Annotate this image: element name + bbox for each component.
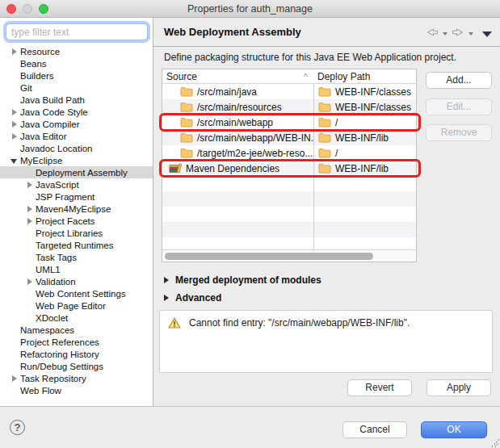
sidebar-item-git[interactable]: Git — [0, 82, 153, 94]
sidebar-item-java-build-path[interactable]: Java Build Path — [0, 94, 153, 106]
forward-icon[interactable] — [452, 27, 464, 41]
source-path: /src/main/resources — [197, 102, 282, 113]
sidebar-item-uml1[interactable]: UML1 — [0, 263, 153, 275]
help-icon[interactable]: ? — [10, 420, 25, 435]
back-dropdown-icon[interactable] — [443, 32, 447, 36]
apply-button[interactable]: Apply — [426, 379, 491, 396]
deploy-path-cell[interactable]: WEB-INF/classes — [313, 102, 416, 113]
sidebar-item-resource[interactable]: Resource — [0, 45, 153, 57]
sidebar-item-maven4myeclipse[interactable]: Maven4MyEclipse — [0, 203, 153, 215]
table-row[interactable]: Maven DependenciesWEB-INF/lib — [162, 161, 416, 176]
sidebar-item-refactoring-history[interactable]: Refactoring History — [0, 348, 153, 360]
sidebar-item-project-libraries[interactable]: Project Libraries — [0, 227, 153, 239]
deploy-path-cell[interactable]: / — [313, 117, 416, 128]
source-cell[interactable]: /target/m2e-jee/web-reso... — [162, 148, 313, 159]
chevron-collapsed-icon[interactable] — [11, 48, 19, 56]
zoom-icon[interactable] — [39, 4, 48, 14]
sidebar-item-jsp-fragment[interactable]: JSP Fragment — [0, 191, 153, 203]
sidebar-item-java-editor[interactable]: Java Editor — [0, 130, 153, 142]
table-row[interactable]: /src/main/resourcesWEB-INF/classes — [162, 99, 416, 115]
folder-icon — [180, 132, 194, 143]
chevron-expanded-icon[interactable] — [11, 157, 19, 165]
header-divider — [153, 46, 500, 47]
back-icon[interactable] — [426, 27, 439, 41]
resize-grip-icon[interactable] — [491, 439, 499, 447]
sidebar-item-label: Task Tags — [36, 253, 77, 262]
table-row[interactable]: /src/main/webapp/ — [162, 115, 416, 130]
deploy-path-cell[interactable]: WEB-INF/classes — [313, 86, 416, 98]
tree-indent-spacer — [26, 241, 34, 249]
tree-indent-spacer — [11, 338, 19, 346]
sidebar-item-web-flow[interactable]: Web Flow — [0, 384, 153, 396]
sidebar-item-beans[interactable]: Beans — [0, 57, 153, 69]
chevron-collapsed-icon[interactable] — [26, 278, 34, 286]
sidebar-item-builders[interactable]: Builders — [0, 69, 153, 82]
sidebar-item-java-code-style[interactable]: Java Code Style — [0, 106, 153, 118]
sidebar-item-web-page-editor[interactable]: Web Page Editor — [0, 299, 153, 312]
main-panel: Web Deployment Assembly Define packaging… — [153, 18, 500, 406]
sidebar-item-task-tags[interactable]: Task Tags — [0, 251, 153, 263]
deploy-path-cell[interactable]: / — [313, 148, 416, 159]
tree-indent-spacer — [11, 362, 19, 371]
sidebar-item-namespaces[interactable]: Namespaces — [0, 324, 153, 336]
filter-input[interactable] — [6, 23, 148, 40]
column-header-deploy-path[interactable]: Deploy Path — [313, 69, 416, 83]
sidebar-item-javascript[interactable]: JavaScript — [0, 178, 153, 191]
close-icon[interactable] — [6, 4, 16, 14]
sidebar-item-project-facets[interactable]: Project Facets — [0, 215, 153, 227]
sidebar-item-task-repository[interactable]: Task Repository — [0, 372, 153, 384]
chevron-collapsed-icon[interactable] — [26, 217, 34, 225]
tree-indent-spacer — [26, 314, 34, 322]
sidebar-item-javadoc-location[interactable]: Javadoc Location — [0, 142, 153, 154]
library-icon — [169, 163, 183, 174]
ok-button[interactable]: OK — [421, 421, 487, 438]
sidebar-item-validation[interactable]: Validation — [0, 275, 153, 287]
table-row[interactable]: /src/main/webapp/WEB-IN...WEB-INF/lib — [162, 130, 416, 145]
revert-button[interactable]: Revert — [347, 379, 412, 396]
chevron-collapsed-icon[interactable] — [26, 181, 34, 189]
sidebar-item-label: Javadoc Location — [20, 144, 93, 153]
deploy-path: WEB-INF/lib — [335, 163, 389, 174]
table-row[interactable]: /src/main/javaWEB-INF/classes — [162, 84, 416, 99]
horizontal-scrollbar[interactable] — [162, 249, 416, 262]
tree-indent-spacer — [11, 96, 19, 104]
source-cell[interactable]: /src/main/resources — [162, 102, 313, 113]
scrollbar-thumb[interactable] — [165, 253, 373, 260]
section-advanced[interactable]: Advanced — [164, 292, 221, 304]
table-row[interactable]: /target/m2e-jee/web-reso.../ — [162, 145, 416, 161]
chevron-collapsed-icon[interactable] — [11, 108, 19, 116]
sidebar-item-web-content-settings[interactable]: Web Content Settings — [0, 287, 153, 299]
sidebar-item-myeclipse[interactable]: MyEclipse — [0, 154, 153, 166]
source-cell[interactable]: /src/main/webapp — [162, 117, 313, 128]
sidebar-item-xdoclet[interactable]: XDoclet — [0, 312, 153, 324]
chevron-collapsed-icon[interactable] — [11, 120, 19, 128]
warning-icon — [168, 317, 181, 329]
deploy-path-cell[interactable]: WEB-INF/lib — [313, 132, 416, 144]
sidebar-item-label: Java Editor — [20, 132, 67, 141]
view-menu-icon[interactable] — [482, 31, 492, 37]
chevron-collapsed-icon[interactable] — [11, 375, 19, 383]
source-cell[interactable]: Maven Dependencies — [162, 163, 313, 174]
folder-icon — [180, 117, 194, 128]
header-nav — [426, 27, 492, 41]
add-button[interactable]: Add... — [426, 72, 492, 89]
deploy-path-cell[interactable]: WEB-INF/lib — [313, 163, 416, 174]
column-header-source[interactable]: Source ^ — [162, 69, 313, 83]
sidebar-item-label: Web Content Settings — [36, 289, 126, 299]
cancel-button[interactable]: Cancel — [342, 421, 407, 438]
sidebar-item-label: Java Compiler — [20, 119, 80, 129]
sidebar-item-deployment-assembly[interactable]: Deployment Assembly — [0, 166, 153, 178]
tree-indent-spacer — [26, 266, 34, 274]
forward-dropdown-icon[interactable] — [468, 32, 473, 36]
sidebar-item-run-debug-settings[interactable]: Run/Debug Settings — [0, 360, 153, 372]
chevron-collapsed-icon[interactable] — [26, 205, 34, 213]
chevron-collapsed-icon[interactable] — [11, 132, 19, 140]
section-merged-deployment[interactable]: Merged deployment of modules — [164, 274, 321, 286]
sidebar-item-targeted-runtimes[interactable]: Targeted Runtimes — [0, 239, 153, 251]
sidebar-item-project-references[interactable]: Project References — [0, 336, 153, 348]
source-cell[interactable]: /src/main/java — [162, 86, 313, 98]
sidebar-item-label: Refactoring History — [20, 350, 99, 359]
window-title: Properties for auth_manage — [187, 3, 313, 15]
sidebar-item-java-compiler[interactable]: Java Compiler — [0, 118, 153, 130]
source-cell[interactable]: /src/main/webapp/WEB-IN... — [162, 132, 313, 144]
